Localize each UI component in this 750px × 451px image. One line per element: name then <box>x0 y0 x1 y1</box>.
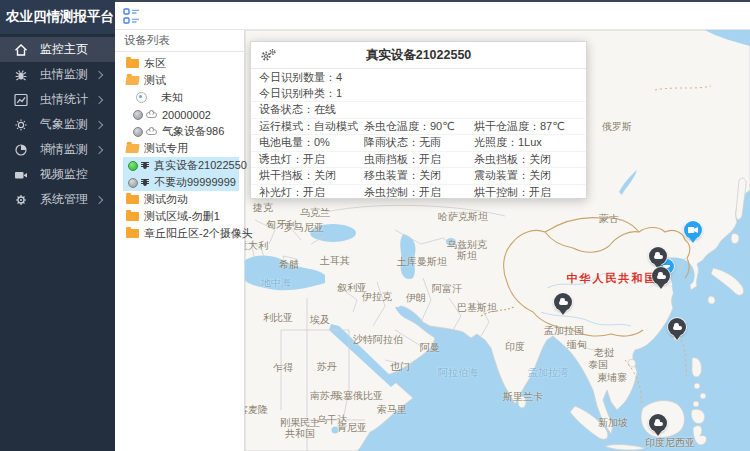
field-value: 关闭 <box>419 169 441 181</box>
device-tree: 东区 测试 未知 20000002 气象设备986 测试专用 真实设备21022… <box>115 52 244 242</box>
field-value: 4 <box>336 71 342 83</box>
chevron-right-icon <box>95 120 103 128</box>
field-value: 无雨 <box>419 136 441 148</box>
tree-item-label: 测试 <box>144 73 166 88</box>
station-marker[interactable] <box>652 267 670 285</box>
marker-dot <box>652 267 670 285</box>
tree-device-donottouch[interactable]: 不要动99999999 <box>123 174 239 191</box>
island-kyushu <box>708 296 715 304</box>
field-label: 运行模式： <box>259 120 314 132</box>
sidebar-item-monitor-home[interactable]: 监控主页 <box>0 37 115 62</box>
sidebar-menu: 监控主页 虫情监测 虫情统计 气象监测 <box>0 37 115 212</box>
weather-device-icon <box>146 129 157 135</box>
folder-closed-icon <box>126 229 139 238</box>
weather-icon <box>13 117 29 133</box>
popup-row: 今日识别数量：4 <box>251 69 586 86</box>
sidebar-item-label: 虫情监测 <box>40 66 88 83</box>
tree-item-label: 测试专用 <box>144 141 188 156</box>
sidebar-item-insect-stats[interactable]: 虫情统计 <box>0 87 115 112</box>
sidebar-item-soil-monitor[interactable]: 墒情监测 <box>0 137 115 162</box>
bug-icon <box>13 67 29 83</box>
tree-item-label: 20000002 <box>162 109 211 121</box>
station-marker[interactable] <box>668 318 686 336</box>
field-label: 震动装置： <box>474 169 529 181</box>
popup-row: 今日识别种类：1 <box>251 86 586 103</box>
sidebar-item-label: 气象监测 <box>40 116 88 133</box>
tree-item-label: 东区 <box>144 56 166 71</box>
sidebar: 农业四情测报平台 监控主页 虫情监测 虫情统计 气象监测 <box>0 0 115 451</box>
tree-folder-dongqu[interactable]: 东区 <box>115 55 244 72</box>
popup-header: 真实设备21022550 <box>251 42 586 69</box>
popup-grid-row: 补光灯：开启 杀虫控制：开启 烘干控制：开启 <box>251 185 586 202</box>
sidebar-item-label: 虫情统计 <box>40 91 88 108</box>
field-value: 开启 <box>419 186 441 198</box>
field-value: 1Lux <box>518 136 542 148</box>
status-offline-icon <box>133 127 143 137</box>
tree-folder-ceshi-quyu[interactable]: 测试区域-勿删1 <box>115 208 244 225</box>
popup-title: 真实设备21022550 <box>366 47 472 64</box>
camera-marker[interactable] <box>684 221 702 239</box>
island-srilanka <box>518 396 526 408</box>
field-value: 关闭 <box>529 153 551 165</box>
tree-device-weather986[interactable]: 气象设备986 <box>115 123 244 140</box>
tree-device-real-21022550[interactable]: 真实设备21022550 <box>123 157 239 174</box>
station-marker[interactable] <box>649 247 667 265</box>
station-marker[interactable] <box>649 414 667 432</box>
marker-glyph-icon <box>657 275 666 280</box>
tree-item-label: 未知 <box>161 90 183 105</box>
lake-victoria <box>332 427 339 434</box>
field-label: 光照度： <box>474 136 518 148</box>
topbar <box>115 0 750 30</box>
field-label: 虫雨挡板： <box>364 153 419 165</box>
tree-item-label: 真实设备21022550 <box>154 158 247 173</box>
soil-icon <box>13 142 29 158</box>
cogs-icon[interactable] <box>260 48 277 67</box>
sidebar-item-label: 墒情监测 <box>40 141 88 158</box>
device-info-popup: 真实设备21022550 今日识别数量：4 今日识别种类：1 设备状态：在线 运… <box>250 41 587 199</box>
sidebar-item-insect-monitor[interactable]: 虫情监测 <box>0 62 115 87</box>
sidebar-item-label: 监控主页 <box>40 41 88 58</box>
tree-item-unknown[interactable]: 未知 <box>115 89 244 106</box>
home-icon <box>13 42 29 58</box>
field-label: 今日识别数量： <box>259 70 336 85</box>
status-offline-icon <box>133 110 143 120</box>
sidebar-item-weather-monitor[interactable]: 气象监测 <box>0 112 115 137</box>
popup-grid-row: 运行模式：自动模式 杀虫仓温度：90℃ 烘干仓温度：87℃ <box>251 119 586 136</box>
tree-item-label: 不要动99999999 <box>154 175 236 190</box>
sidebar-item-system-settings[interactable]: 系统管理 <box>0 187 115 212</box>
map-area[interactable]: 俄罗斯 哈萨克斯坦 蒙古 中华人民共和国 乌克兰 捷克 匈牙利 罗马尼亚 意大利… <box>245 30 750 451</box>
aral-sea <box>446 238 456 246</box>
field-value: 开启 <box>303 186 325 198</box>
sidebar-item-video-monitor[interactable]: 视频监控 <box>0 162 115 187</box>
field-label: 杀虫控制： <box>364 186 419 198</box>
status-offline-icon <box>128 178 138 188</box>
tree-folder-zhangqiu[interactable]: 章丘阳丘区-2个摄像头 <box>115 225 244 242</box>
field-label: 烘干控制： <box>474 186 529 198</box>
folder-closed-icon <box>126 59 139 68</box>
field-value: 1 <box>336 87 342 99</box>
marker-dot <box>684 221 702 239</box>
popup-grid-row: 诱虫灯：开启 虫雨挡板：开启 杀虫挡板：关闭 <box>251 152 586 169</box>
tree-toggle-icon[interactable] <box>123 8 143 25</box>
field-label: 杀虫挡板： <box>474 153 529 165</box>
crosshair-icon <box>136 92 147 103</box>
tree-folder-ceshi[interactable]: 测试 <box>115 72 244 89</box>
tree-folder-ceshi-wudong[interactable]: 测试勿动 <box>115 191 244 208</box>
marker-dot <box>554 293 572 311</box>
marker-dot <box>668 318 686 336</box>
insect-device-icon <box>141 161 149 170</box>
field-label: 补光灯： <box>259 186 303 198</box>
field-label: 诱虫灯： <box>259 153 303 165</box>
field-value: 87℃ <box>540 120 565 132</box>
station-marker[interactable] <box>554 293 572 311</box>
island-hokkaido <box>731 233 739 243</box>
tree-device-20000002[interactable]: 20000002 <box>115 106 244 123</box>
field-value: 0% <box>314 136 330 148</box>
field-value: 关闭 <box>529 169 551 181</box>
field-label: 设备状态： <box>259 102 314 117</box>
popup-grid-row: 烘干挡板：关闭 移虫装置：关闭 震动装置：关闭 <box>251 168 586 185</box>
tree-folder-ceshi-zhuanyong[interactable]: 测试专用 <box>115 140 244 157</box>
field-value: 关闭 <box>314 169 336 181</box>
field-label: 今日识别种类： <box>259 86 336 101</box>
insect-device-icon <box>141 178 149 187</box>
